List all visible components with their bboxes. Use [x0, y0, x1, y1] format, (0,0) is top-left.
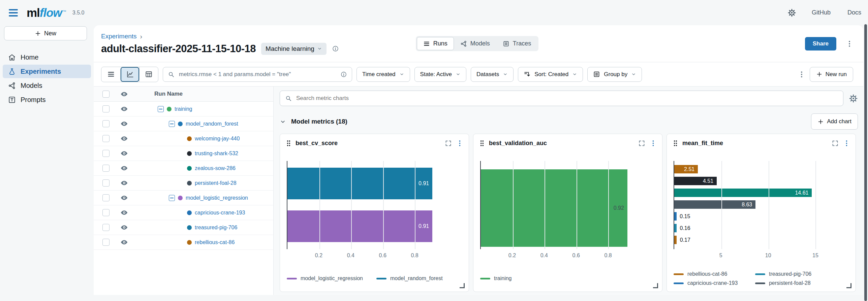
select-all-checkbox[interactable]	[102, 91, 110, 98]
row-checkbox[interactable]	[102, 224, 110, 231]
new-button[interactable]: New	[4, 26, 87, 40]
fullscreen-icon[interactable]	[638, 140, 645, 147]
legend-item[interactable]: treasured-pig-706	[755, 271, 847, 277]
fullscreen-icon[interactable]	[832, 140, 839, 147]
header-kebab-menu-icon[interactable]	[846, 40, 853, 47]
search-info-icon[interactable]	[340, 71, 347, 78]
row-checkbox[interactable]	[102, 120, 110, 127]
chart-resize-handle[interactable]	[460, 283, 465, 288]
legend-item[interactable]: model_logistic_regression	[287, 275, 363, 281]
eye-icon[interactable]	[120, 238, 128, 246]
run-color-dot	[187, 166, 192, 171]
run-name-link[interactable]: treasured-pig-706	[195, 225, 237, 231]
sidebar-item-prompts[interactable]: Prompts	[0, 93, 94, 106]
row-checkbox[interactable]	[102, 239, 110, 246]
sidebar-item-home[interactable]: Home	[0, 51, 94, 64]
state-filter[interactable]: State: Active	[414, 67, 467, 82]
run-name-link[interactable]: model_logistic_regression	[186, 195, 248, 201]
hamburger-menu-icon[interactable]	[9, 9, 18, 16]
tab-traces[interactable]: Traces	[496, 37, 537, 50]
settings-gear-icon[interactable]	[787, 8, 796, 17]
eye-icon[interactable]	[120, 90, 128, 98]
drag-handle-icon[interactable]	[479, 139, 485, 147]
tab-models[interactable]: Models	[454, 37, 496, 50]
legend-item[interactable]: capricious-crane-193	[674, 280, 755, 286]
time-created-filter[interactable]: Time created	[356, 67, 410, 82]
eye-icon[interactable]	[120, 224, 128, 231]
row-checkbox[interactable]	[102, 179, 110, 187]
run-name-link[interactable]: capricious-crane-193	[195, 210, 245, 216]
table-view-button[interactable]	[139, 67, 158, 82]
run-name-link[interactable]: training	[175, 106, 192, 112]
docs-link[interactable]: Docs	[847, 9, 861, 16]
row-checkbox[interactable]	[102, 105, 110, 112]
chart-kebab-menu-icon[interactable]	[843, 140, 850, 147]
chart-kebab-menu-icon[interactable]	[650, 140, 657, 147]
bar-fill: 0.91	[287, 210, 432, 242]
run-name-link[interactable]: model_random_forest	[186, 121, 238, 127]
new-run-button[interactable]: New run	[810, 67, 853, 82]
row-checkbox[interactable]	[102, 135, 110, 142]
chart-view-button[interactable]	[120, 67, 139, 82]
add-chart-button[interactable]: Add chart	[811, 113, 858, 130]
toolbar-kebab-menu-icon[interactable]	[798, 71, 805, 78]
eye-icon[interactable]	[120, 209, 128, 216]
charts-settings-gear-icon[interactable]	[849, 94, 858, 103]
runs-search-input[interactable]	[178, 71, 337, 78]
drag-handle-icon[interactable]	[286, 139, 291, 147]
run-name-link[interactable]: trusting-shark-532	[195, 150, 238, 157]
eye-icon[interactable]	[120, 194, 128, 202]
metric-charts-search-input[interactable]	[296, 95, 838, 102]
row-checkbox[interactable]	[102, 150, 110, 157]
sidebar-item-models[interactable]: Models	[0, 79, 94, 92]
run-name-link[interactable]: welcoming-jay-440	[195, 136, 240, 142]
list-view-button[interactable]	[101, 67, 120, 82]
datasets-filter[interactable]: Datasets	[471, 67, 514, 82]
legend-item[interactable]: model_random_forest	[376, 275, 443, 281]
eye-icon[interactable]	[120, 135, 128, 142]
share-button[interactable]: Share	[805, 37, 836, 51]
breadcrumb-experiments-link[interactable]: Experiments	[101, 33, 137, 40]
gridline	[351, 161, 352, 249]
x-tick-label: 0.6	[572, 253, 580, 259]
collapse-expander-icon[interactable]	[158, 106, 164, 112]
section-collapse-chevron-icon[interactable]	[280, 119, 286, 125]
bar-fill: 8.63	[674, 200, 755, 209]
eye-icon[interactable]	[120, 105, 128, 113]
legend-item[interactable]: rebellious-cat-86	[674, 271, 755, 277]
scrollbar-thumb[interactable]	[864, 24, 867, 301]
chart-title: best_cv_score	[296, 140, 338, 147]
chart-kebab-menu-icon[interactable]	[456, 140, 463, 147]
legend-item[interactable]: persistent-foal-28	[755, 280, 847, 286]
table-row: zealous-sow-286	[94, 161, 273, 176]
run-name-link[interactable]: persistent-foal-28	[195, 180, 237, 186]
chart-resize-handle[interactable]	[653, 283, 658, 288]
row-checkbox[interactable]	[102, 165, 110, 172]
group-by-dropdown[interactable]: Group by	[587, 67, 642, 82]
info-icon[interactable]	[332, 45, 339, 52]
run-name-link[interactable]: rebellious-cat-86	[195, 239, 235, 245]
bar: 0.92	[481, 169, 656, 247]
fullscreen-icon[interactable]	[445, 140, 452, 147]
tab-runs[interactable]: Runs	[417, 37, 454, 50]
eye-icon[interactable]	[120, 120, 128, 128]
row-checkbox[interactable]	[102, 209, 110, 216]
table-row: welcoming-jay-440	[94, 131, 273, 146]
row-checkbox[interactable]	[102, 194, 110, 201]
experiment-type-tag[interactable]: Machine learning	[261, 43, 327, 55]
page-title: adult-classifier-2025-11-15-10-18	[101, 43, 256, 55]
drag-handle-icon[interactable]	[673, 139, 678, 147]
sort-dropdown[interactable]: Sort: Created	[518, 67, 583, 82]
github-link[interactable]: GitHub	[812, 9, 831, 16]
legend-item[interactable]: training	[480, 275, 512, 281]
sidebar-item-experiments[interactable]: Experiments	[3, 65, 91, 78]
eye-icon[interactable]	[120, 179, 128, 187]
chart-resize-handle[interactable]	[846, 283, 851, 288]
flask-icon	[8, 68, 16, 75]
collapse-expander-icon[interactable]	[169, 195, 175, 201]
collapse-expander-icon[interactable]	[169, 121, 175, 127]
eye-icon[interactable]	[120, 164, 128, 172]
run-name-link[interactable]: zealous-sow-286	[195, 165, 236, 171]
eye-icon[interactable]	[120, 149, 128, 157]
legend-swatch	[480, 278, 490, 279]
